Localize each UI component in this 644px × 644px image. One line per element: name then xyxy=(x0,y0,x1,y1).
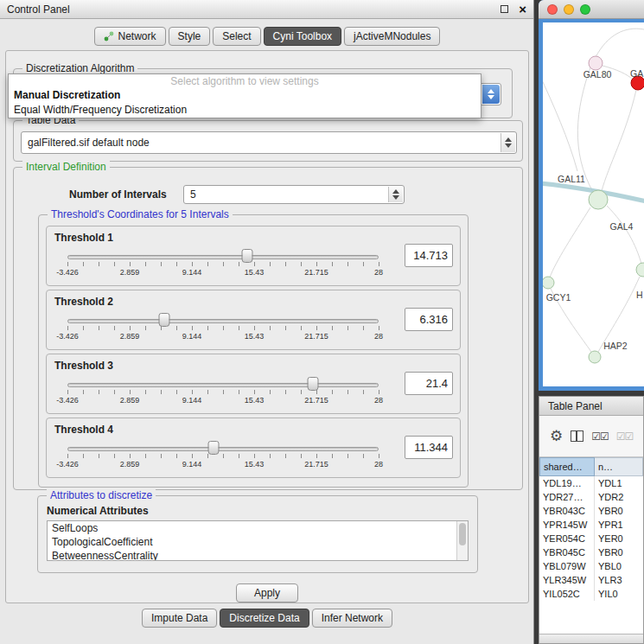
scrollbar-thumb[interactable] xyxy=(459,523,466,545)
column-header-shared-name[interactable]: shared… xyxy=(539,457,595,476)
cell-name[interactable]: YDR2 xyxy=(595,490,643,504)
cell-name[interactable]: YDL1 xyxy=(595,476,643,490)
tab-label: Style xyxy=(178,30,201,42)
select-columns-icon[interactable]: ☑☑ xyxy=(591,431,609,442)
scale-label: 2.859 xyxy=(120,396,140,405)
close-icon[interactable]: × xyxy=(519,4,526,15)
table-row[interactable]: YBR045C YBR0 xyxy=(539,545,643,559)
cell-shared-name[interactable]: YBR043C xyxy=(539,504,595,518)
dropdown-option-manual-discretization[interactable]: Manual Discretization xyxy=(9,88,481,103)
tab-discretize-data[interactable]: Discretize Data xyxy=(220,609,309,628)
tab-infer-network[interactable]: Infer Network xyxy=(312,609,392,628)
apply-button[interactable]: Apply xyxy=(236,583,298,603)
cell-shared-name[interactable]: YER054C xyxy=(539,532,595,545)
scale-label: 9.144 xyxy=(182,460,202,469)
column-header-name[interactable]: n… xyxy=(595,457,643,476)
threshold-2-slider[interactable]: -3.426 2.859 9.144 15.43 21.715 28 xyxy=(54,313,399,348)
table-row[interactable]: YER054C YER0 xyxy=(539,532,643,545)
number-of-intervals-combobox[interactable]: 5 xyxy=(183,185,405,204)
network-view-window: GAL80 GA GAL11 GAL4 GCY1 H HAP2 xyxy=(539,0,644,391)
threshold-1-slider[interactable]: -3.426 2.859 9.144 15.43 21.715 28 xyxy=(54,249,399,284)
dropdown-option-equal-width-frequency[interactable]: Equal Width/Frequency Discretization xyxy=(9,103,481,118)
combobox-arrow-button[interactable] xyxy=(482,85,500,104)
arrow-down-icon xyxy=(505,143,512,148)
threshold-value-input[interactable]: 6.316 xyxy=(405,308,453,331)
table-row[interactable]: YDR27… YDR2 xyxy=(539,490,643,504)
list-item[interactable]: TopologicalCoefficient xyxy=(48,535,468,549)
tab-jactivemnodules[interactable]: jActiveMNodules xyxy=(344,27,440,46)
node-gcy1[interactable] xyxy=(543,277,554,289)
horizontal-scrollbar[interactable] xyxy=(539,634,643,643)
close-traffic-light-icon[interactable] xyxy=(547,4,558,15)
slider-thumb[interactable] xyxy=(208,441,220,455)
tab-select[interactable]: Select xyxy=(213,27,260,46)
cell-shared-name[interactable]: YPR145W xyxy=(539,518,595,532)
node-label: HAP2 xyxy=(603,341,628,351)
tab-label: Impute Data xyxy=(151,612,207,624)
tab-style[interactable]: Style xyxy=(169,27,211,46)
combobox-stepper[interactable] xyxy=(501,133,515,152)
table-row[interactable]: YBR043C YBR0 xyxy=(539,504,643,518)
threshold-3-slider[interactable]: -3.426 2.859 9.144 15.43 21.715 28 xyxy=(54,377,399,411)
cell-name[interactable]: YBL0 xyxy=(595,559,643,573)
threshold-4-slider[interactable]: -3.426 2.859 9.144 15.43 21.715 28 xyxy=(54,441,399,475)
slider-thumb[interactable] xyxy=(308,377,319,391)
numerical-attributes-list[interactable]: SelfLoops TopologicalCoefficient Between… xyxy=(47,520,469,561)
dropdown-prompt: Select algorithm to view settings xyxy=(9,74,481,88)
cell-name[interactable]: YER0 xyxy=(595,532,643,545)
scale-label: 2.859 xyxy=(120,460,140,469)
float-window-icon[interactable] xyxy=(501,5,508,13)
table-rows[interactable]: YDL19… YDL1 YDR27… YDR2 YBR043C YBR0 YPR… xyxy=(539,476,643,634)
threshold-4-panel: Threshold 4 -3.426 2.859 9.144 15.43 21.… xyxy=(46,418,461,478)
threshold-value-input[interactable]: 21.4 xyxy=(405,372,453,395)
node-hap2[interactable] xyxy=(589,351,601,363)
tab-network[interactable]: Network xyxy=(94,27,166,46)
threshold-value-input[interactable]: 14.713 xyxy=(405,244,453,267)
cell-name[interactable]: YIL0 xyxy=(595,587,643,601)
list-item[interactable]: SelfLoops xyxy=(48,521,468,535)
cell-name[interactable]: YPR1 xyxy=(595,518,643,532)
cell-shared-name[interactable]: YLR345W xyxy=(539,573,595,587)
scale-label: 21.715 xyxy=(304,396,328,405)
vertical-scrollbar[interactable] xyxy=(456,521,468,560)
slider-scale: -3.426 2.859 9.144 15.43 21.715 28 xyxy=(67,396,379,406)
node-gal80[interactable] xyxy=(589,56,603,70)
table-row[interactable]: YDL19… YDL1 xyxy=(539,476,643,490)
columns-icon[interactable] xyxy=(571,430,583,442)
table-row[interactable]: YBL079W YBL0 xyxy=(539,559,643,573)
tab-label: Network xyxy=(118,30,156,42)
node-right-edge[interactable] xyxy=(636,263,644,277)
cell-shared-name[interactable]: YDR27… xyxy=(539,490,595,504)
gear-icon[interactable]: ⚙ xyxy=(550,429,563,443)
select-all-icon[interactable]: ☑☑ xyxy=(616,431,634,442)
table-data-combobox[interactable]: galFiltered.sif default node xyxy=(21,131,517,154)
table-row[interactable]: YIL052C YIL0 xyxy=(539,587,643,601)
tab-impute-data[interactable]: Impute Data xyxy=(142,609,217,628)
node-label: GCY1 xyxy=(546,292,571,303)
tab-cyni-toolbox[interactable]: Cyni Toolbox xyxy=(264,27,341,46)
network-canvas[interactable]: GAL80 GA GAL11 GAL4 GCY1 H HAP2 xyxy=(543,22,644,386)
table-row[interactable]: YPR145W YPR1 xyxy=(539,518,643,532)
cell-shared-name[interactable]: YDL19… xyxy=(539,476,595,490)
table-row[interactable]: YLR345W YLR3 xyxy=(539,573,643,587)
node-label: H xyxy=(636,290,643,300)
cell-name[interactable]: YBR0 xyxy=(595,545,643,559)
minimize-traffic-light-icon[interactable] xyxy=(564,4,574,15)
slider-thumb[interactable] xyxy=(158,313,169,327)
slider-ticks xyxy=(67,390,379,394)
table-header-row: shared… n… xyxy=(539,457,643,476)
combobox-stepper[interactable] xyxy=(388,187,403,202)
threshold-label: Threshold 4 xyxy=(54,424,113,436)
node-gal4[interactable] xyxy=(589,190,608,209)
cell-shared-name[interactable]: YIL052C xyxy=(539,587,595,601)
list-item[interactable]: BetweennessCentrality xyxy=(48,549,468,561)
threshold-value-input[interactable]: 11.344 xyxy=(405,436,453,459)
cell-name[interactable]: YBR0 xyxy=(595,504,643,518)
scale-label: -3.426 xyxy=(56,332,79,341)
zoom-traffic-light-icon[interactable] xyxy=(580,4,590,15)
slider-thumb[interactable] xyxy=(241,249,252,263)
cell-shared-name[interactable]: YBR045C xyxy=(539,545,595,559)
cell-shared-name[interactable]: YBL079W xyxy=(539,559,595,573)
scale-label: 15.43 xyxy=(245,396,265,405)
cell-name[interactable]: YLR3 xyxy=(595,573,643,587)
